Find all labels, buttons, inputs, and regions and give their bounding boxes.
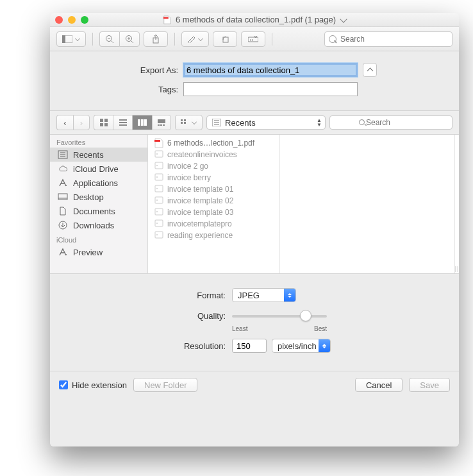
location-popup[interactable]: Recents ▲▼ xyxy=(206,115,326,130)
file-row[interactable]: createonlineinvoices xyxy=(148,149,279,160)
svg-rect-24 xyxy=(138,119,140,126)
svg-rect-34 xyxy=(184,122,186,124)
column-resize-handle[interactable]: || xyxy=(455,135,459,273)
folder-icon xyxy=(154,230,163,241)
new-folder-button[interactable]: New Folder xyxy=(133,378,197,392)
file-row[interactable]: invoicetemplatepro xyxy=(148,218,279,230)
sidebar-item-label: Desktop xyxy=(73,192,104,202)
markup-button[interactable] xyxy=(181,31,209,47)
export-sheet: Export As: Tags: ‹ › xyxy=(50,51,459,446)
recents-icon xyxy=(58,149,68,160)
file-row[interactable]: reading experience xyxy=(148,230,279,241)
svg-point-59 xyxy=(156,200,158,201)
minimize-window-button[interactable] xyxy=(68,16,76,24)
svg-rect-19 xyxy=(100,123,103,126)
svg-rect-13 xyxy=(248,37,258,42)
svg-rect-27 xyxy=(158,119,165,123)
svg-point-63 xyxy=(156,223,158,224)
resolution-units-value: pixels/inch xyxy=(278,341,317,351)
forward-button[interactable]: › xyxy=(73,115,90,130)
svg-rect-60 xyxy=(155,208,163,215)
file-name: invoice template 02 xyxy=(167,196,233,205)
svg-rect-32 xyxy=(181,122,183,124)
rotate-button[interactable] xyxy=(213,31,237,47)
sidebar-item-applications[interactable]: Applications xyxy=(50,176,147,190)
svg-rect-31 xyxy=(181,119,183,121)
gallery-view-button[interactable] xyxy=(152,115,171,130)
svg-rect-33 xyxy=(184,119,186,121)
traffic-lights xyxy=(55,16,88,24)
sidebar-item-recents[interactable]: Recents xyxy=(50,148,147,162)
toolbar-search[interactable] xyxy=(324,31,452,47)
svg-point-48 xyxy=(65,254,67,255)
svg-rect-25 xyxy=(141,119,144,126)
sidebar-item-downloads[interactable]: Downloads xyxy=(50,218,147,232)
hide-extension-input[interactable] xyxy=(59,380,68,389)
svg-rect-20 xyxy=(104,123,108,126)
tags-input[interactable] xyxy=(183,82,358,96)
svg-rect-62 xyxy=(155,220,163,226)
svg-rect-0 xyxy=(163,17,169,19)
sidebar-item-label: Applications xyxy=(73,178,118,188)
sidebar-item-preview[interactable]: Preview xyxy=(50,245,147,259)
pdf-icon xyxy=(163,15,172,24)
file-row[interactable]: invoice 2 go xyxy=(148,160,279,172)
share-button[interactable] xyxy=(144,31,168,47)
quality-slider[interactable] xyxy=(232,309,327,323)
sidebar-toggle-button[interactable] xyxy=(56,31,86,47)
svg-point-53 xyxy=(156,165,158,166)
column-view-button[interactable] xyxy=(132,115,152,130)
window-title[interactable]: 6 methods of data collection_1.pdf (1 pa… xyxy=(50,15,459,24)
fullscreen-window-button[interactable] xyxy=(81,16,88,24)
tags-label: Tags: xyxy=(50,85,183,94)
resolution-units-popup[interactable]: pixels/inch xyxy=(272,339,331,353)
download-icon xyxy=(58,220,68,230)
app-icon xyxy=(58,247,68,257)
collapse-toggle-button[interactable] xyxy=(363,63,377,77)
file-name: reading experience xyxy=(167,231,233,240)
file-row[interactable]: invoice berry xyxy=(148,172,279,183)
app-icon xyxy=(58,178,68,188)
svg-point-65 xyxy=(156,234,158,235)
folder-icon xyxy=(154,196,163,206)
svg-rect-29 xyxy=(160,124,162,126)
cloud-icon xyxy=(58,164,68,174)
hide-extension-checkbox[interactable]: Hide extension xyxy=(59,380,127,390)
format-label: Format: xyxy=(50,291,232,300)
recents-icon xyxy=(212,119,221,126)
back-button[interactable]: ‹ xyxy=(56,115,73,130)
group-by-button[interactable] xyxy=(175,115,203,130)
resolution-input[interactable] xyxy=(232,339,267,353)
zoom-in-button[interactable] xyxy=(119,31,140,47)
quality-best-label: Best xyxy=(314,325,327,332)
sidebar-item-documents[interactable]: Documents xyxy=(50,204,147,218)
svg-rect-28 xyxy=(158,124,160,126)
svg-rect-56 xyxy=(155,185,163,192)
file-row[interactable]: invoice template 02 xyxy=(148,195,279,207)
zoom-out-button[interactable] xyxy=(99,31,119,47)
format-popup[interactable]: JPEG xyxy=(232,288,296,302)
sidebar-item-desktop[interactable]: Desktop xyxy=(50,190,147,204)
markup-toolbar-button[interactable] xyxy=(241,31,265,47)
quality-label: Quality: xyxy=(50,311,232,321)
cancel-button[interactable]: Cancel xyxy=(355,378,402,392)
file-row[interactable]: invoice template 01 xyxy=(148,183,279,195)
browser-search[interactable] xyxy=(329,115,452,130)
sidebar-item-icloud-drive[interactable]: iCloud Drive xyxy=(50,162,147,176)
browser-search-input[interactable] xyxy=(329,115,452,130)
list-view-button[interactable] xyxy=(113,115,132,130)
close-window-button[interactable] xyxy=(55,16,63,24)
svg-rect-54 xyxy=(155,174,163,180)
save-button[interactable]: Save xyxy=(409,378,450,392)
file-row[interactable]: invoice template 03 xyxy=(148,207,279,218)
svg-point-61 xyxy=(156,211,158,212)
file-browser: FavoritesRecentsiCloud DriveApplications… xyxy=(50,135,459,273)
file-row[interactable]: 6 methods…lection_1.pdf xyxy=(148,137,279,149)
preview-window: 6 methods of data collection_1.pdf (1 pa… xyxy=(50,13,459,446)
slider-thumb[interactable] xyxy=(300,310,311,321)
icon-view-button[interactable] xyxy=(94,115,113,130)
export-as-input[interactable] xyxy=(183,63,358,77)
svg-line-9 xyxy=(131,41,133,43)
toolbar-search-input[interactable] xyxy=(324,31,452,47)
file-name: invoice template 01 xyxy=(167,185,233,194)
